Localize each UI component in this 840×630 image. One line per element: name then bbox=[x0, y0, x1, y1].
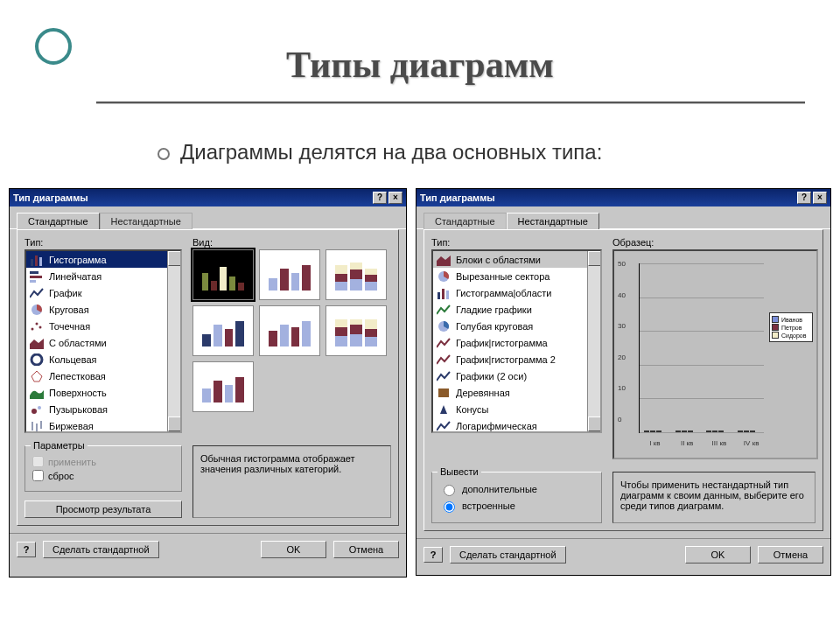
x-tick-label: III кв bbox=[712, 439, 727, 447]
type-list-item[interactable]: Гистограмма|области bbox=[433, 284, 600, 301]
type-list-item[interactable]: Круговая bbox=[26, 301, 180, 318]
line-icon bbox=[437, 370, 451, 382]
set-standard-button[interactable]: Сделать стандартной bbox=[43, 541, 159, 558]
help-icon-button[interactable]: ? bbox=[424, 547, 443, 563]
legend-item: Сидоров bbox=[772, 332, 810, 339]
bar bbox=[718, 430, 724, 432]
type-list-item[interactable]: Лепестковая bbox=[26, 368, 180, 384]
tab-standard[interactable]: Стандартные bbox=[17, 213, 100, 229]
set-standard-button[interactable]: Сделать стандартной bbox=[450, 546, 566, 564]
type-list-item[interactable]: С областями bbox=[26, 334, 180, 351]
radio-extra[interactable]: дополнительные bbox=[439, 482, 594, 496]
bar-icon bbox=[437, 287, 451, 299]
type-list-item[interactable]: Гистограмма bbox=[26, 251, 180, 268]
type-list-item-label: Вырезанные сектора bbox=[456, 271, 550, 282]
type-listbox[interactable]: ГистограммаЛинейчатаяГрафикКруговаяТочеч… bbox=[24, 249, 182, 433]
type-list-item[interactable]: Голубая круговая bbox=[433, 318, 600, 334]
type-list-item[interactable]: Гладкие графики bbox=[433, 301, 600, 318]
checkbox-apply: применить bbox=[32, 456, 174, 467]
close-button[interactable]: × bbox=[813, 192, 827, 204]
y-tick-label: 30 bbox=[618, 322, 626, 330]
type-listbox[interactable]: Блоки с областямиВырезанные сектораГисто… bbox=[431, 249, 602, 433]
scatter-icon bbox=[30, 320, 44, 332]
type-list-item[interactable]: Точечная bbox=[26, 318, 180, 334]
type-list-item[interactable]: Пузырьковая bbox=[26, 401, 180, 417]
subtype-option[interactable] bbox=[192, 361, 254, 412]
type-label: Тип: bbox=[431, 237, 602, 248]
titlebar[interactable]: Тип диаграммы ? × bbox=[416, 189, 830, 206]
scrollbar[interactable] bbox=[167, 251, 180, 431]
slide-divider bbox=[96, 102, 805, 104]
tab-custom[interactable]: Нестандартные bbox=[100, 213, 192, 229]
line-icon bbox=[30, 287, 44, 299]
type-list-item[interactable]: Логарифмическая bbox=[433, 417, 600, 433]
type-list-item[interactable]: Блоки с областями bbox=[433, 251, 600, 268]
bluepie-icon bbox=[437, 320, 451, 332]
type-list-item[interactable]: График bbox=[26, 284, 180, 301]
preview-result-button[interactable]: Просмотр результата bbox=[24, 500, 182, 518]
subtype-option[interactable] bbox=[326, 249, 387, 300]
type-list-item-label: График|гистограмма 2 bbox=[456, 354, 556, 365]
type-list-item-label: С областями bbox=[49, 338, 107, 348]
help-button[interactable]: ? bbox=[373, 192, 387, 204]
tab-custom[interactable]: Нестандартные bbox=[507, 213, 599, 229]
type-list-item-label: Деревянная bbox=[456, 388, 510, 398]
ok-button[interactable]: OK bbox=[685, 546, 751, 564]
tab-standard[interactable]: Стандартные bbox=[424, 213, 507, 229]
help-button[interactable]: ? bbox=[797, 192, 811, 204]
type-list-item[interactable]: Графики (2 оси) bbox=[433, 368, 600, 384]
output-groupbox: Вывести дополнительные встроенные bbox=[431, 472, 602, 523]
bar bbox=[738, 430, 743, 432]
subtype-option[interactable] bbox=[192, 305, 254, 356]
type-list-item-label: Гистограмма bbox=[49, 255, 107, 265]
dialog-chart-type-custom: Тип диаграммы ? × Стандартные Нестандарт… bbox=[416, 188, 831, 576]
titlebar-text: Тип диаграммы bbox=[420, 192, 495, 203]
bar-icon bbox=[30, 254, 44, 266]
scrollbar[interactable] bbox=[587, 251, 600, 431]
y-tick-label: 20 bbox=[618, 353, 626, 360]
close-button[interactable]: × bbox=[388, 192, 402, 204]
type-list-item[interactable]: График|гистограмма bbox=[433, 334, 600, 351]
combo-icon bbox=[437, 354, 451, 366]
subtype-option[interactable] bbox=[259, 305, 320, 356]
type-list-item[interactable]: Биржевая bbox=[26, 417, 180, 433]
x-tick-label: I кв bbox=[649, 439, 660, 447]
type-list-item-label: Логарифмическая bbox=[456, 421, 537, 431]
type-list-item-label: Гладкие графики bbox=[456, 304, 532, 315]
type-list-item[interactable]: Деревянная bbox=[433, 384, 600, 401]
svg-point-13 bbox=[32, 409, 37, 414]
checkbox-reset[interactable]: сброс bbox=[32, 470, 174, 481]
subtype-option[interactable] bbox=[259, 249, 320, 300]
type-list-item[interactable]: Конусы bbox=[433, 401, 600, 417]
radio-builtin[interactable]: встроенные bbox=[439, 499, 594, 513]
params-legend: Параметры bbox=[31, 440, 88, 451]
titlebar[interactable]: Тип диаграммы ? × bbox=[10, 189, 406, 206]
dialog-footer: ? Сделать стандартной OK Отмена bbox=[10, 533, 406, 565]
type-list-item[interactable]: Линейчатая bbox=[26, 268, 180, 284]
cancel-button[interactable]: Отмена bbox=[758, 546, 823, 564]
svg-rect-22 bbox=[446, 290, 449, 299]
type-list-item[interactable]: График|гистограмма 2 bbox=[433, 351, 600, 368]
pie-icon bbox=[30, 304, 44, 316]
cone-icon bbox=[437, 403, 451, 416]
ok-button[interactable]: OK bbox=[261, 541, 326, 558]
type-list-item[interactable]: Вырезанные сектора bbox=[433, 268, 600, 284]
bar bbox=[744, 430, 749, 432]
type-list-item[interactable]: Поверхность bbox=[26, 384, 180, 401]
subtype-option[interactable] bbox=[326, 305, 387, 356]
type-label: Тип: bbox=[24, 237, 182, 248]
bar bbox=[676, 430, 681, 432]
svg-point-9 bbox=[39, 326, 42, 328]
type-list-item-label: Конусы bbox=[456, 404, 488, 415]
legend-label: Петров bbox=[781, 325, 802, 331]
type-list-item-label: Голубая круговая bbox=[456, 321, 533, 332]
legend-label: Иванов bbox=[781, 317, 802, 323]
subtype-option[interactable] bbox=[192, 249, 254, 300]
help-icon-button[interactable]: ? bbox=[17, 542, 36, 557]
cancel-button[interactable]: Отмена bbox=[333, 541, 399, 558]
type-list-item[interactable]: Кольцевая bbox=[26, 351, 180, 368]
area-icon bbox=[30, 337, 44, 349]
svg-marker-12 bbox=[32, 371, 42, 382]
chart-legend: ИвановПетровСидоров bbox=[769, 312, 813, 342]
y-tick-label: 0 bbox=[618, 416, 621, 424]
